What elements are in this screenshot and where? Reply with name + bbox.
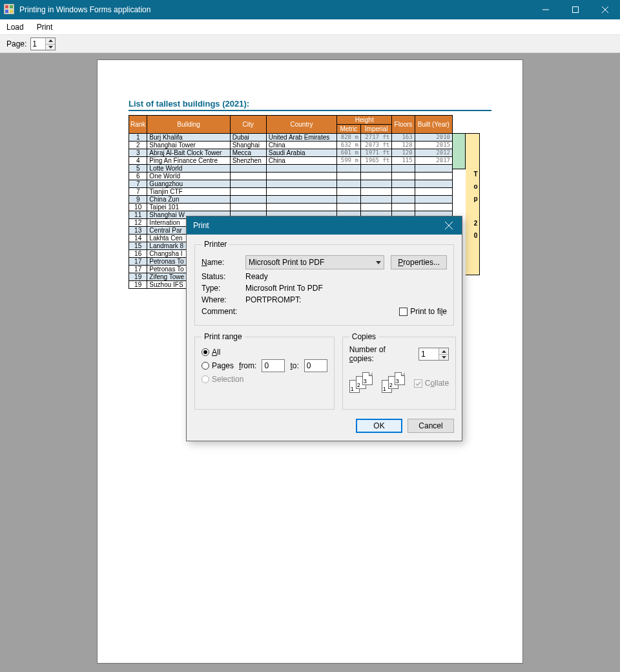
svg-rect-4 [10,10,13,13]
table-row: 10Taipei 101 [129,204,453,211]
top20-sidebar: Top 20 [466,133,480,275]
menu-bar: Load Print [0,19,620,35]
collate-checkbox: Collate [414,379,449,388]
status-value: Ready [245,272,268,281]
properties-button[interactable]: Properties... [391,255,447,269]
to-label: to: [290,361,298,370]
copies-spin-up[interactable] [439,348,448,354]
app-icon [4,4,16,16]
page-label: Page: [6,39,26,48]
copies-group: Copies Number of copies: [342,332,456,410]
th-country: Country [266,116,336,134]
collate-icon: 321 [349,372,378,394]
page-spin-up[interactable] [46,38,55,44]
print-to-file-label: Print to file [410,307,447,316]
maximize-button[interactable] [561,0,590,19]
printer-name-label: Name: [202,258,245,267]
cancel-button[interactable]: Cancel [408,419,454,433]
th-height: Height [337,116,392,125]
range-selection-radio: Selection [202,375,243,384]
svg-marker-10 [48,46,53,48]
svg-marker-14 [442,350,446,353]
print-dialog: Print Printer Name: Microsoft Print to P… [186,216,462,441]
type-label: Type: [202,284,245,293]
where-label: Where: [202,295,245,304]
printer-select[interactable]: Microsoft Print to PDF [245,255,384,269]
th-rank: Rank [129,116,147,134]
printer-legend: Printer [202,240,229,249]
range-pages-radio[interactable]: Pages [202,361,234,370]
page-spin-down[interactable] [46,44,55,50]
th-metric: Metric [337,125,361,134]
status-label: Status: [202,272,245,281]
table-row: 7Guangzhou [129,180,453,188]
dialog-titlebar: Print [187,216,462,235]
dialog-title: Print [193,221,436,230]
dialog-close-button[interactable] [436,216,462,235]
toolbar: Page: [0,35,620,53]
top5-sidebar [453,133,466,169]
minimize-button[interactable] [531,0,561,19]
svg-marker-9 [48,39,53,42]
print-to-file-checkbox[interactable]: Print to file [399,307,447,316]
print-range-group: Print range All Pages from: to: Selectio… [194,332,335,410]
table-row: 5Lotte World [129,165,453,173]
chevron-down-icon [376,261,381,264]
table-row: 7Tianjin CTF [129,188,453,196]
th-imperial: Imperial [360,125,391,134]
copies-input[interactable] [419,348,439,360]
svg-rect-2 [10,5,13,8]
svg-rect-6 [573,7,579,13]
collate-icon: 321 [382,372,410,394]
svg-marker-15 [442,356,446,359]
from-label: from: [239,361,256,370]
menu-print[interactable]: Print [30,21,59,33]
table-row: 2Shanghai TowerShanghaiChina632 m2073 ft… [129,142,453,149]
document-title: List of tallest buildings (2021): [129,99,491,111]
where-value: PORTPROMPT: [245,295,301,304]
svg-marker-13 [376,261,381,264]
range-all-radio[interactable]: All [202,348,220,357]
window-title: Printing in Windows Forms application [19,5,531,14]
table-row: 1Burj KhalifaDubaiUnited Arab Emirates82… [129,134,453,142]
table-row: 6One World [129,173,453,180]
close-button[interactable] [590,0,620,19]
svg-rect-3 [5,10,8,13]
comment-label: Comment: [202,307,245,316]
th-building: Building [147,116,230,134]
menu-load[interactable]: Load [0,21,30,33]
printer-selected: Microsoft Print to PDF [249,258,376,267]
table-row: 3Abraj Al-Bait Clock TowerMeccaSaudi Ara… [129,149,453,157]
window-titlebar: Printing in Windows Forms application [0,0,620,19]
th-city: City [230,116,266,134]
copies-legend: Copies [349,332,378,341]
print-range-legend: Print range [202,332,245,341]
ok-button[interactable]: OK [356,419,402,433]
from-input[interactable] [262,359,285,372]
table-row: 9China Zun [129,196,453,204]
copies-label: Number of copies: [349,345,408,363]
copies-spin-down[interactable] [439,354,448,360]
page-input[interactable] [31,38,45,50]
preview-area: List of tallest buildings (2021): Rank B… [0,53,620,672]
printer-group: Printer Name: Microsoft Print to PDF Pro… [194,240,454,326]
th-built: Built (Year) [415,116,452,134]
th-floors: Floors [392,116,415,134]
svg-rect-1 [5,5,8,8]
type-value: Microsoft Print To PDF [245,284,323,293]
to-input[interactable] [304,359,327,372]
table-row: 4Ping An Finance CentreShenzhenChina599 … [129,157,453,165]
